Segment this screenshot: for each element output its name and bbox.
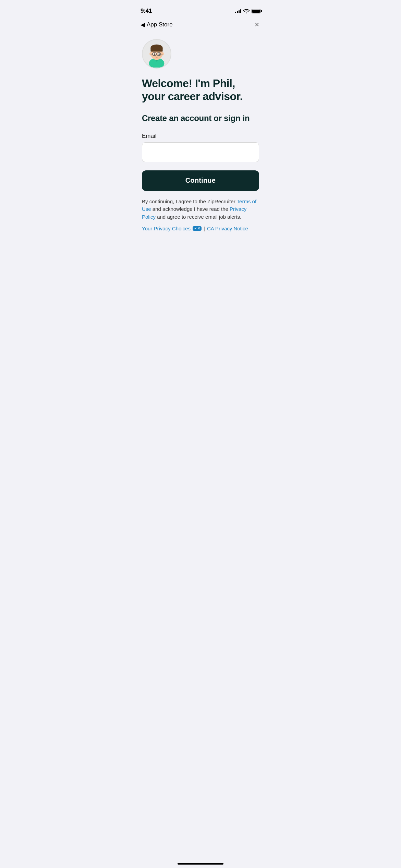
svg-rect-5 xyxy=(150,48,162,51)
svg-point-7 xyxy=(161,52,163,56)
legal-middle: and acknowledge I have read the xyxy=(151,206,230,212)
avatar xyxy=(142,39,171,69)
legal-prefix: By continuing, I agree to the ZipRecruit… xyxy=(142,198,237,204)
back-label[interactable]: App Store xyxy=(147,21,173,28)
wifi-icon xyxy=(243,9,250,13)
privacy-opt-out-icon: ✓ ✕ xyxy=(193,226,202,231)
welcome-heading: Welcome! I'm Phil, your career advisor. xyxy=(142,77,259,103)
legal-suffix: and agree to receive email job alerts. xyxy=(156,214,241,220)
email-label: Email xyxy=(142,133,259,140)
back-chevron-icon: ◀ xyxy=(141,21,145,28)
your-privacy-choices-link[interactable]: Your Privacy Choices xyxy=(142,226,191,231)
status-time: 9:41 xyxy=(141,8,152,14)
svg-point-6 xyxy=(149,52,151,56)
svg-point-11 xyxy=(158,53,160,55)
signin-heading: Create an account or sign in xyxy=(142,113,259,123)
continue-button[interactable]: Continue xyxy=(142,170,259,191)
battery-icon xyxy=(252,9,260,13)
legal-text: By continuing, I agree to the ZipRecruit… xyxy=(142,198,259,221)
avatar-image xyxy=(143,40,170,68)
back-navigation[interactable]: ◀ App Store xyxy=(141,21,173,28)
privacy-separator: | xyxy=(204,226,205,231)
signal-bars-icon xyxy=(235,9,241,13)
main-content: Welcome! I'm Phil, your career advisor. … xyxy=(134,32,267,245)
email-form-group: Email xyxy=(142,133,259,162)
ca-privacy-notice-link[interactable]: CA Privacy Notice xyxy=(207,226,248,231)
close-button[interactable]: × xyxy=(253,20,260,30)
status-bar: 9:41 xyxy=(134,0,267,17)
status-icons xyxy=(235,9,260,13)
svg-point-10 xyxy=(154,53,155,55)
privacy-row: Your Privacy Choices ✓ ✕ | CA Privacy No… xyxy=(142,226,259,231)
email-input[interactable] xyxy=(142,142,259,162)
